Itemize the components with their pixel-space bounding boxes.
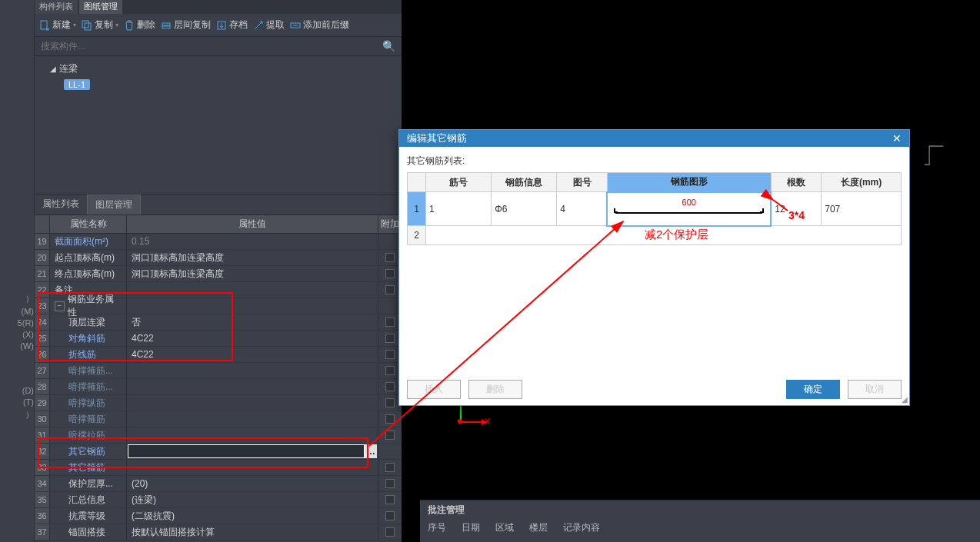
row-value[interactable] [127,460,378,475]
prop-row[interactable]: 37锚固搭接按默认锚固搭接计算 [35,524,402,540]
checkbox[interactable] [385,495,395,504]
search-input[interactable] [41,41,382,52]
checkbox[interactable] [385,398,395,407]
edge-label: (T) [23,397,34,407]
prop-row[interactable]: 35汇总信息(连梁) [35,492,402,508]
cell-rebar-id[interactable]: 1 [426,192,492,226]
copy-button[interactable]: 复制 ▾ [82,18,118,32]
row-value[interactable]: 按默认锚固搭接计算 [127,524,378,540]
resize-grip-icon[interactable]: ◢ [902,395,908,404]
prop-row[interactable]: 32其它钢筋… [35,444,402,460]
row-value[interactable] [127,411,378,427]
cell-rebar-info[interactable]: Φ6 [492,192,557,226]
row-number: 31 [35,427,50,443]
tab-component-list[interactable]: 构件列表 [35,0,78,14]
checkbox[interactable] [385,334,395,343]
new-button[interactable]: 新建 ▾ [39,18,76,32]
prop-row[interactable]: 31暗撑拉筋 [35,427,402,444]
tab-drawing-mgmt[interactable]: 图纸管理 [79,0,122,14]
add-suffix-button[interactable]: 添加前后缀 [290,18,349,32]
prop-row[interactable]: 27暗撑箍筋... [35,363,402,379]
prop-row[interactable]: 33其它箍筋 [35,460,402,476]
row-value[interactable]: (连梁) [127,492,378,507]
prop-row[interactable]: 34保护层厚...(20) [35,476,402,492]
prop-row[interactable]: 19截面面积(m²)0.15 [35,234,402,250]
prop-row[interactable]: 25对角斜筋4C22 [35,331,402,347]
row-head-2[interactable]: 2 [408,226,426,245]
dialog-title-text: 编辑其它钢筋 [407,131,467,145]
header-name: 属性名称 [50,215,127,233]
prop-row[interactable]: 36抗震等级(二级抗震) [35,508,402,524]
prop-row[interactable]: 21终点顶标高(m)洞口顶标高加连梁高度 [35,266,402,282]
row-value[interactable]: 洞口顶标高加连梁高度 [127,250,378,265]
prop-row[interactable]: 20起点顶标高(m)洞口顶标高加连梁高度 [35,250,402,266]
cell-empty[interactable] [426,226,902,245]
checkbox[interactable] [385,527,395,537]
cell-rebar-shape[interactable]: 600 [607,192,771,226]
close-icon[interactable]: ✕ [892,132,902,145]
cell-count[interactable]: 12 [771,192,822,226]
row-value[interactable]: (20) [127,476,378,491]
row-number: 37 [35,524,50,540]
prop-row[interactable]: 26折线筋4C22 [35,347,402,363]
tab-layer-mgmt[interactable]: 图层管理 [87,195,141,214]
tab-prop-list[interactable]: 属性列表 [35,195,87,214]
row-head-1[interactable]: 1 [408,192,426,226]
delete-button[interactable]: 删除 [468,380,522,399]
row-number: 29 [35,395,50,411]
checkbox[interactable] [385,414,395,424]
checkbox[interactable] [385,318,395,327]
checkbox[interactable] [385,479,395,488]
checkbox[interactable] [385,382,395,391]
row-value[interactable] [127,282,378,298]
ok-button[interactable]: 确定 [786,380,840,399]
row-ext [378,479,402,488]
row-value[interactable]: 0.15 [127,234,378,249]
checkbox[interactable] [385,253,395,262]
insert-button[interactable]: 插入 [407,380,461,399]
table-row[interactable]: 1 1 Φ6 4 600 12 707 [408,192,902,226]
prop-row[interactable]: 30暗撑箍筋 [35,411,402,427]
cancel-button[interactable]: 取消 [848,380,902,399]
row-value[interactable]: 否 [127,314,378,330]
row-value[interactable] [127,363,378,378]
row-value[interactable]: (二级抗震) [127,508,378,524]
row-value[interactable] [127,395,378,411]
cell-shape-id[interactable]: 4 [557,192,608,226]
checkbox[interactable] [385,431,395,440]
prop-row[interactable]: 23−钢筋业务属性 [35,298,402,314]
row-name-text: 抗震等级 [55,510,105,523]
row-name: 其它箍筋 [50,460,127,475]
row-number: 23 [35,298,50,314]
row-name: 暗撑纵筋 [50,395,127,411]
delete-button[interactable]: 删除 [124,18,155,32]
annotation-columns: 序号 日期 区域 楼层 记录内容 [428,521,972,534]
tree-parent[interactable]: ◢ 连梁 [50,61,402,77]
tree-child[interactable]: LL-1 [64,79,402,90]
row-value[interactable] [127,379,378,394]
row-value[interactable]: 洞口顶标高加连梁高度 [127,266,378,281]
checkbox[interactable] [385,350,395,359]
prop-row[interactable]: 28暗撑箍筋... [35,379,402,395]
dialog-titlebar[interactable]: 编辑其它钢筋 ✕ [399,130,909,147]
checkbox[interactable] [385,463,395,472]
checkbox[interactable] [385,366,395,375]
table-row[interactable]: 2 [408,226,902,245]
prop-row[interactable]: 29暗撑纵筋 [35,395,402,411]
prop-row[interactable]: 24顶层连梁否 [35,314,402,331]
row-value[interactable] [127,427,378,443]
row-value[interactable]: 4C22 [127,347,378,362]
row-value[interactable]: 4C22 [127,331,378,346]
archive-button[interactable]: 存档 [216,18,248,32]
other-rebar-input[interactable] [128,444,365,458]
checkbox[interactable] [385,269,395,278]
cell-length[interactable]: 707 [822,192,902,226]
checkbox[interactable] [385,285,395,294]
layer-copy-button[interactable]: 层间复制 [161,18,211,32]
search-icon[interactable]: 🔍 [382,40,395,52]
ellipsis-button[interactable]: … [365,444,377,458]
row-name-text: 保护层厚... [55,477,113,490]
checkbox[interactable] [385,511,395,520]
group-toggle-icon[interactable]: − [55,301,65,311]
extract-button[interactable]: 提取 [253,18,285,32]
